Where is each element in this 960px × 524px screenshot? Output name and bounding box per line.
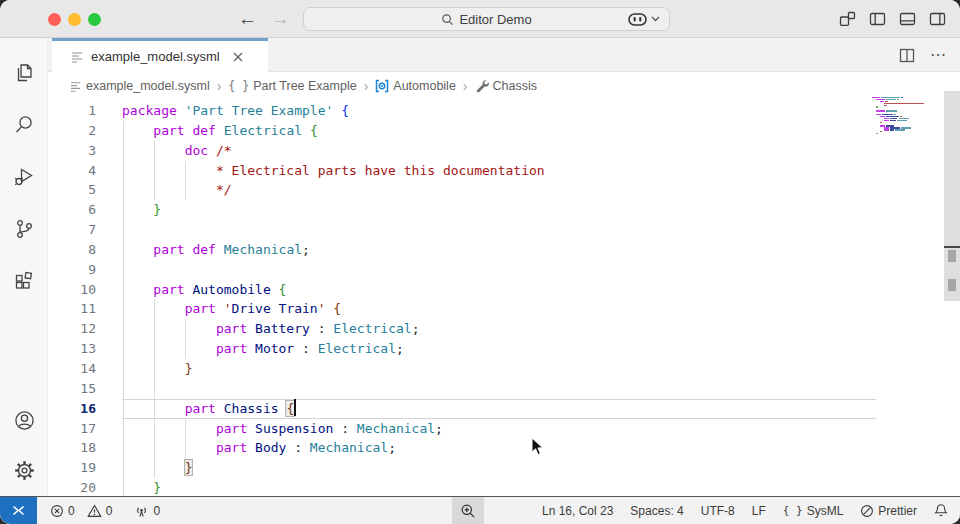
code-line[interactable]: * Electrical parts have this documentati… (122, 161, 876, 181)
indentation-status[interactable]: Spaces: 4 (630, 504, 683, 518)
explorer-icon[interactable] (0, 47, 48, 99)
toggle-primary-sidebar-icon[interactable] (869, 11, 886, 27)
indent-guide (123, 240, 124, 260)
source-control-icon[interactable] (0, 203, 48, 255)
search-sidebar-icon[interactable] (0, 99, 48, 151)
title-bar: ← → Editor Demo (0, 0, 960, 38)
indent-guide (123, 141, 124, 161)
account-icon[interactable] (0, 395, 48, 445)
toggle-panel-icon[interactable] (899, 11, 916, 27)
ports-status[interactable]: 0 (134, 504, 160, 518)
line-number: 10 (48, 280, 96, 300)
problems-status[interactable]: 0 0 (50, 504, 112, 518)
line-number: 1 (48, 101, 96, 121)
more-actions-icon[interactable]: ⋯ (930, 50, 946, 60)
settings-gear-icon[interactable] (0, 445, 48, 495)
indent-guide (185, 419, 186, 439)
chevron-right-icon: › (364, 78, 369, 94)
code-line[interactable]: */ (122, 180, 876, 200)
code-lines: package 'Part Tree Example' { part def E… (122, 101, 876, 496)
toggle-secondary-sidebar-icon[interactable] (929, 11, 946, 27)
code-line[interactable]: doc /* (122, 141, 876, 161)
formatter-status[interactable]: Prettier (860, 504, 917, 518)
tab-example-model[interactable]: example_model.sysml (52, 38, 268, 72)
zoom-button[interactable] (452, 497, 484, 524)
extensions-icon[interactable] (0, 255, 48, 307)
breadcrumb-part-chassis[interactable]: Chassis (475, 79, 537, 93)
indent-guide (123, 379, 124, 399)
scrollbar-cursor-decoration (944, 246, 960, 248)
indent-guide (185, 319, 186, 339)
code-line[interactable]: part 'Drive Train' { (122, 299, 876, 319)
indent-guide (123, 180, 124, 200)
code-line[interactable]: part Suspension : Mechanical; (122, 419, 876, 439)
indent-guide (123, 200, 124, 220)
code-line[interactable]: } (122, 200, 876, 220)
indent-guide (185, 161, 186, 181)
eol-status[interactable]: LF (752, 504, 766, 518)
vertical-scrollbar[interactable] (944, 91, 960, 301)
code-editor[interactable]: 1234567891011121314151617181920 package … (48, 100, 960, 496)
code-line[interactable]: part Body : Mechanical; (122, 438, 876, 458)
maximize-window-button[interactable] (88, 13, 101, 26)
line-number: 2 (48, 121, 96, 141)
chevron-down-icon (651, 16, 660, 22)
breadcrumb-part-automobile[interactable]: Automobile (375, 79, 456, 93)
minimap[interactable] (872, 97, 938, 137)
copilot-icon (628, 13, 647, 26)
ports-count: 0 (153, 504, 160, 518)
scrollbar-match-decoration (948, 279, 956, 291)
line-number: 14 (48, 359, 96, 379)
code-line[interactable]: part Chassis { (122, 399, 876, 419)
tab-close-icon[interactable] (233, 52, 243, 62)
customize-layout-icon[interactable] (839, 11, 856, 27)
indent-guide (123, 260, 124, 280)
indent-guide (154, 161, 155, 181)
indent-guide (154, 299, 155, 319)
line-number: 11 (48, 299, 96, 319)
code-line[interactable]: part def Electrical { (122, 121, 876, 141)
code-line[interactable] (122, 379, 876, 399)
code-line[interactable]: part def Mechanical; (122, 240, 876, 260)
indent-guide (123, 399, 124, 419)
remote-indicator[interactable] (0, 497, 37, 524)
copilot-menu[interactable] (628, 0, 660, 38)
code-line[interactable]: package 'Part Tree Example' { (122, 101, 876, 121)
text-cursor (294, 399, 296, 416)
code-line[interactable]: } (122, 359, 876, 379)
breadcrumb-package[interactable]: { } Part Tree Example (228, 79, 356, 93)
line-number: 20 (48, 478, 96, 496)
history-back-button[interactable]: ← (238, 6, 257, 32)
history-forward-button[interactable]: → (271, 6, 290, 32)
cursor-position-status[interactable]: Ln 16, Col 23 (542, 504, 613, 518)
code-line[interactable]: part Automobile { (122, 280, 876, 300)
minimize-window-button[interactable] (68, 13, 81, 26)
close-window-button[interactable] (48, 13, 61, 26)
code-line[interactable] (122, 220, 876, 240)
language-mode-status[interactable]: { } SysML (783, 504, 844, 518)
indent-guide (123, 220, 124, 240)
encoding-status[interactable]: UTF-8 (701, 504, 735, 518)
code-line[interactable]: part Motor : Electrical; (122, 339, 876, 359)
line-number: 15 (48, 379, 96, 399)
breadcrumb-file[interactable]: example_model.sysml (70, 79, 210, 93)
command-center-search[interactable]: Editor Demo (303, 7, 670, 31)
braces-icon: { } (783, 504, 803, 517)
indent-guide (123, 161, 124, 181)
indent-guide (185, 438, 186, 458)
run-debug-icon[interactable] (0, 151, 48, 203)
code-line[interactable]: part Battery : Electrical; (122, 319, 876, 339)
indent-guide (123, 299, 124, 319)
code-line[interactable] (122, 260, 876, 280)
split-editor-icon[interactable] (899, 48, 915, 63)
breadcrumb: example_model.sysml › { } Part Tree Exam… (48, 72, 960, 100)
warning-icon (87, 504, 102, 518)
line-number: 8 (48, 240, 96, 260)
chevron-right-icon: › (217, 78, 222, 94)
line-number: 3 (48, 141, 96, 161)
code-line[interactable]: } (122, 458, 876, 478)
code-line[interactable]: } (122, 478, 876, 496)
line-number: 19 (48, 458, 96, 478)
notifications-bell-icon[interactable] (934, 503, 948, 518)
file-lines-icon (71, 51, 84, 63)
